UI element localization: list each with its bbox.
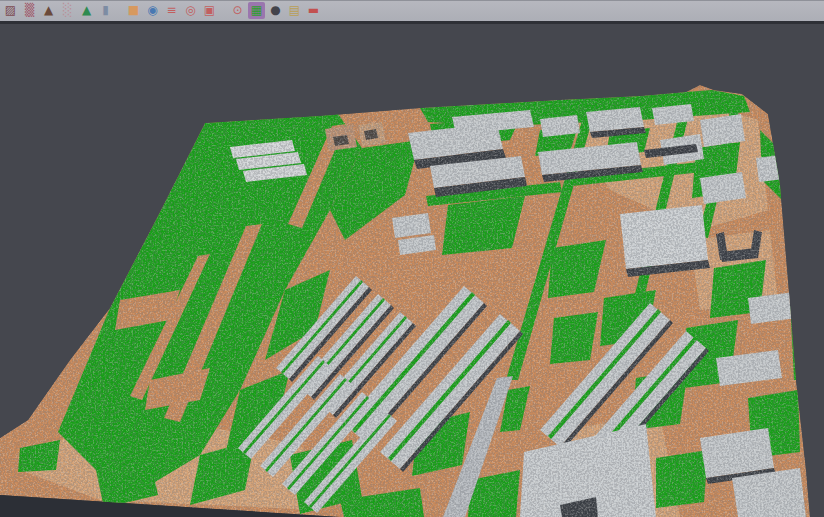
scene-svg[interactable] [0, 0, 824, 517]
target-icon[interactable]: ⊙ [229, 2, 246, 19]
ruler-icon[interactable]: ▮ [97, 2, 114, 19]
point-pairs-icon[interactable]: ▒ [21, 2, 38, 19]
mound-icon[interactable]: ▲ [40, 2, 57, 19]
globe-icon[interactable]: ◉ [144, 2, 161, 19]
circle-tool-icon[interactable]: ◎ [182, 2, 199, 19]
orange-tile-icon[interactable]: ■ [125, 2, 142, 19]
layers-icon[interactable]: ▤ [286, 2, 303, 19]
dark-sphere-icon[interactable]: ● [267, 2, 284, 19]
terrain-hill-icon[interactable]: ▲ [78, 2, 95, 19]
toolbar: ▨▒▲░▲▮■◉≡◎▣⊙▦●▤▬ [0, 0, 824, 24]
clipped-box-icon[interactable]: ▨ [2, 2, 19, 19]
list-lines-icon[interactable]: ≡ [163, 2, 180, 19]
classification-map-icon[interactable]: ▦ [248, 2, 265, 19]
sparse-points-icon[interactable]: ░ [59, 2, 76, 19]
red-bar-icon[interactable]: ▬ [305, 2, 322, 19]
selection-box-icon[interactable]: ▣ [201, 2, 218, 19]
